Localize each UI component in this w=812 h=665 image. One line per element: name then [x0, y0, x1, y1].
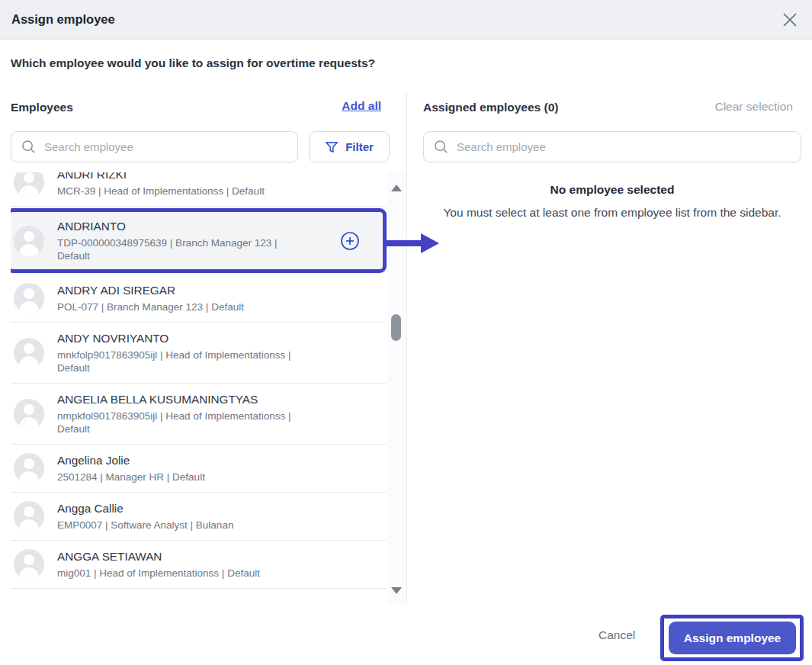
- employee-row[interactable]: Angelina Jolie 2501284 | Manager HR | De…: [11, 445, 387, 493]
- search-employee-input[interactable]: [44, 140, 297, 153]
- scrollbar-up-arrow-icon[interactable]: [391, 185, 402, 191]
- employee-text: Angga Callie EMP0007 | Software Analyst …: [57, 501, 233, 532]
- employee-name: ANDRIANTO: [57, 219, 297, 234]
- search-icon: [21, 140, 36, 154]
- employee-list-viewport: ANDRI RIZKI MCR-39 | Head of Implementat…: [11, 172, 387, 605]
- employee-details: mig001 | Head of Implementationss | Defa…: [57, 567, 260, 580]
- employee-text: ANDRY ADI SIREGAR POL-077 | Branch Manag…: [57, 283, 244, 313]
- panel-divider: [406, 93, 407, 605]
- empty-state-title: No employee selected: [423, 183, 801, 197]
- add-all-link[interactable]: Add all: [342, 99, 381, 113]
- employee-list: ANDRI RIZKI MCR-39 | Head of Implementat…: [11, 172, 387, 589]
- avatar: [14, 399, 44, 429]
- employee-name: Angelina Jolie: [57, 453, 205, 468]
- avatar: [14, 549, 44, 580]
- avatar: [14, 172, 44, 198]
- employee-name: ANDRI RIZKI: [57, 172, 265, 182]
- employee-row[interactable]: ANDRI RIZKI MCR-39 | Head of Implementat…: [11, 172, 387, 207]
- employee-text: ANDRI RIZKI MCR-39 | Head of Implementat…: [57, 172, 265, 198]
- cancel-button[interactable]: Cancel: [599, 628, 635, 642]
- add-employee-button[interactable]: [340, 231, 360, 251]
- employee-row[interactable]: ANDRY ADI SIREGAR POL-077 | Branch Manag…: [11, 275, 387, 323]
- employee-name: ANGELIA BELLA KUSUMANINGTYAS: [57, 392, 297, 407]
- clear-selection-button[interactable]: Clear selection: [714, 100, 793, 114]
- employee-row[interactable]: ANGELIA BELLA KUSUMANINGTYAS nmpkfol9017…: [11, 384, 387, 445]
- employee-details: TDP-000000348975639 | Branch Manager 123…: [57, 236, 297, 262]
- plus-circle-icon: [340, 231, 360, 251]
- modal-header: Assign employee: [0, 0, 812, 40]
- list-scrollbar[interactable]: [387, 172, 405, 605]
- dialog-question: Which employee would you like to assign …: [11, 56, 375, 70]
- filter-button[interactable]: Filter: [309, 131, 390, 162]
- search-icon: [434, 140, 448, 154]
- assign-employee-button[interactable]: Assign employee: [669, 622, 796, 654]
- employee-row[interactable]: ANDRIANTO TDP-000000348975639 | Branch M…: [11, 208, 387, 273]
- employee-details: nmpkfol9017863905ijl | Head of Implement…: [57, 410, 297, 435]
- employee-details: EMP0007 | Software Analyst | Bulanan: [57, 519, 233, 532]
- filter-icon: [325, 140, 339, 154]
- empty-state-description: You must select at least one from employ…: [423, 201, 801, 223]
- employee-row[interactable]: Angga Callie EMP0007 | Software Analyst …: [11, 493, 387, 541]
- employee-name: ANDRY ADI SIREGAR: [57, 283, 244, 298]
- avatar: [14, 501, 44, 532]
- employee-text: ANDRIANTO TDP-000000348975639 | Branch M…: [57, 219, 297, 262]
- avatar: [14, 226, 44, 256]
- employees-heading: Employees: [11, 101, 73, 114]
- avatar: [14, 338, 44, 368]
- employee-text: ANGELIA BELLA KUSUMANINGTYAS nmpkfol9017…: [57, 392, 297, 435]
- employee-search-box: [11, 131, 298, 162]
- modal-title: Assign employee: [11, 0, 115, 39]
- assigned-employees-heading: Assigned employees (0): [423, 101, 558, 114]
- employee-name: Angga Callie: [57, 501, 233, 516]
- employee-name: ANDY NOVRIYANTO: [57, 331, 297, 346]
- employee-details: 2501284 | Manager HR | Default: [57, 471, 205, 483]
- annotation-arrow-line: [387, 240, 422, 246]
- avatar: [14, 453, 44, 483]
- employee-row[interactable]: ANDY NOVRIYANTO mnkfolp9017863905ijl | H…: [11, 323, 387, 384]
- annotation-arrow-head-icon: [421, 233, 439, 253]
- employee-details: POL-077 | Branch Manager 123 | Default: [57, 300, 244, 313]
- avatar: [14, 283, 44, 313]
- employee-name: ANGGA SETIAWAN: [57, 549, 260, 564]
- filter-label: Filter: [345, 140, 374, 153]
- scrollbar-down-arrow-icon[interactable]: [391, 587, 402, 594]
- close-button[interactable]: [780, 10, 800, 30]
- close-icon: [780, 10, 800, 30]
- assigned-search-box: [423, 131, 801, 162]
- employee-text: Angelina Jolie 2501284 | Manager HR | De…: [57, 453, 205, 483]
- employee-text: ANDY NOVRIYANTO mnkfolp9017863905ijl | H…: [57, 331, 297, 374]
- employee-row[interactable]: ANGGA SETIAWAN mig001 | Head of Implemen…: [11, 541, 387, 589]
- employee-details: mnkfolp9017863905ijl | Head of Implement…: [57, 349, 297, 374]
- search-assigned-employee-input[interactable]: [457, 140, 801, 153]
- employee-details: MCR-39 | Head of Implementationss | Defa…: [57, 185, 265, 198]
- scrollbar-thumb[interactable]: [391, 314, 401, 341]
- employee-text: ANGGA SETIAWAN mig001 | Head of Implemen…: [57, 549, 260, 580]
